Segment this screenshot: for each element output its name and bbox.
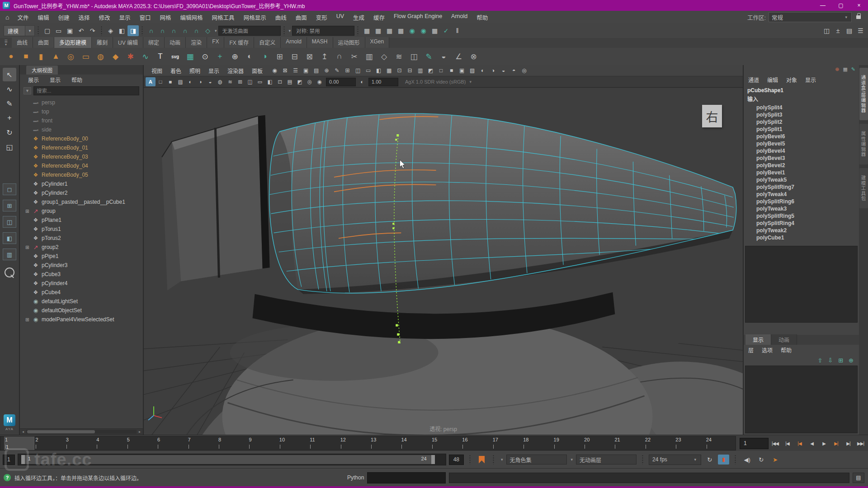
display-grid-icon[interactable]: ▦	[429, 25, 440, 36]
chevron-down-icon[interactable]: ▾	[571, 457, 573, 462]
expand-toggle-icon[interactable]: ⊞	[25, 209, 32, 214]
exposure-icon[interactable]: ◉	[315, 77, 325, 86]
shadows-toggle-icon[interactable]: ◑	[195, 77, 205, 86]
layout-preset[interactable]: ▥	[3, 249, 16, 260]
history-node[interactable]: polyBevel3	[744, 155, 859, 162]
frame-tick[interactable]: 3	[65, 436, 95, 450]
svg-tool-icon[interactable]: svg	[168, 49, 183, 64]
go-to-end-button[interactable]: ▶▶|	[854, 437, 867, 449]
step-forward-frame-button[interactable]: ▶|	[842, 437, 854, 449]
select-object-icon[interactable]: ◧	[116, 25, 127, 36]
channel-settings-icon[interactable]: ▦	[843, 66, 847, 75]
camera-attributes-icon[interactable]: ☰	[290, 66, 301, 75]
layout-four-pane[interactable]: ⊞	[3, 200, 16, 211]
history-node[interactable]: polySplitRing6	[744, 198, 859, 205]
frame-tick[interactable]: 9	[248, 436, 278, 450]
symmetry-field[interactable]: 对称: 禁用	[292, 26, 354, 36]
history-node[interactable]: polyTweak3	[744, 205, 859, 212]
smooth-icon[interactable]: ≋	[392, 49, 406, 64]
fps-selector[interactable]: 24 fps ▾	[649, 455, 701, 465]
frame-tick[interactable]: 23	[675, 436, 705, 450]
channel-menu-item[interactable]: 编辑	[767, 76, 778, 84]
poly-helix-icon[interactable]: ∿	[138, 49, 153, 64]
target-weld-icon[interactable]: ⊗	[466, 49, 481, 64]
shelf-tab[interactable]: UV 编辑	[113, 37, 143, 48]
snap-point-icon[interactable]: ∩	[168, 25, 179, 36]
script-editor-icon[interactable]: ▤	[853, 473, 864, 483]
poly-gear-icon[interactable]: ✱	[123, 49, 138, 64]
grid-icon[interactable]: ⊞	[342, 66, 353, 75]
outliner-item-referencebody-03[interactable]: ❖ ReferenceBody_03	[20, 152, 143, 161]
outliner-hscrollbar[interactable]: ◂ ▸	[20, 428, 143, 435]
layout-two-pane[interactable]: ◧	[3, 232, 16, 244]
viewport-3d-canvas[interactable]: 右 透视: persp	[144, 88, 743, 435]
scale-tool[interactable]: ◱	[3, 140, 16, 154]
super-shape-icon[interactable]: ▦	[183, 49, 198, 64]
tool-settings-toggle-icon[interactable]: ±	[832, 25, 844, 36]
menu-item[interactable]: 创建	[54, 12, 74, 23]
shelf-tab[interactable]: 曲线	[12, 37, 33, 48]
shelf-tab[interactable]: 自定义	[254, 37, 281, 48]
sync-icon[interactable]: ↻	[755, 455, 767, 465]
outliner-item-persp[interactable]: ▬◂ persp	[20, 98, 143, 107]
menu-item[interactable]: UV	[332, 12, 349, 23]
menu-item[interactable]: 生成	[349, 12, 369, 23]
shelf-tab[interactable]: Arnold	[281, 37, 307, 48]
save-scene-icon[interactable]: ▣	[64, 25, 75, 36]
frame-tick[interactable]: 7	[187, 436, 217, 450]
auto-keyframe-toggle[interactable]: ▮	[718, 455, 729, 465]
select-component-icon[interactable]: ◨	[127, 25, 139, 36]
history-node[interactable]: polyBevel5	[744, 140, 859, 147]
outliner-item-group2[interactable]: ⊞ ↗ group2	[20, 243, 143, 252]
help-icon[interactable]: ?	[4, 474, 11, 481]
step-back-key-button[interactable]: |◀	[793, 437, 806, 449]
animation-end-field[interactable]: 48	[449, 455, 464, 465]
scroll-left-icon[interactable]: ◂	[20, 430, 26, 434]
evaluation-mode-icon[interactable]: ➤	[769, 455, 781, 465]
outliner-menu-item[interactable]: 显示	[50, 76, 61, 84]
hud-icon[interactable]: ▥	[415, 66, 425, 75]
filter-icon[interactable]: ▼	[24, 87, 31, 94]
go-to-start-button[interactable]: |◀◀	[769, 437, 781, 449]
sidebar-tab[interactable]: 属性编辑器	[859, 124, 868, 164]
layer-from-selected-icon[interactable]: ⊕	[849, 357, 854, 364]
layer-list-area[interactable]	[745, 366, 858, 433]
camera-select-icon[interactable]: ◉	[269, 66, 280, 75]
axis-locator-icon[interactable]: +	[212, 49, 227, 64]
shelf-tab[interactable]: 渲染	[186, 37, 207, 48]
toggle-check-icon[interactable]: ✓	[440, 25, 452, 36]
menu-item[interactable]: 编辑网格	[176, 12, 208, 23]
paint-select-tool[interactable]: ✎	[3, 97, 16, 110]
undo-icon[interactable]: ↶	[75, 25, 87, 36]
resolution-gate-icon[interactable]: ▭	[363, 66, 373, 75]
rotate-tool[interactable]: ↻	[3, 126, 16, 139]
frame-tick[interactable]: 15	[431, 436, 461, 450]
shelf-tab[interactable]: 曲面	[33, 37, 54, 48]
outliner-item-group[interactable]: ⊞ ↗ group	[20, 206, 143, 216]
frame-tick[interactable]: 8	[217, 436, 248, 450]
history-node[interactable]: polySplit2	[744, 118, 859, 126]
motion-blur-toggle-icon[interactable]: ≋	[225, 77, 235, 86]
frame-tick[interactable]: 11	[309, 436, 339, 450]
gamma-field[interactable]: 1.00	[368, 78, 398, 86]
layout-persp-outliner[interactable]: ◫	[3, 216, 16, 228]
viewport-menu-item[interactable]: 着色	[166, 67, 185, 75]
menu-item[interactable]: 窗口	[135, 12, 156, 23]
platonic-solid-icon[interactable]: ◆	[108, 49, 123, 64]
outliner-title[interactable]: 大纲视图	[26, 66, 58, 75]
film-gate-toggle-icon[interactable]: ◫	[245, 77, 255, 86]
outliner-item-pcylinder4[interactable]: ❖ pCylinder4	[20, 279, 143, 288]
scroll-right-icon[interactable]: ▸	[137, 430, 143, 434]
outliner-item-side[interactable]: ▬◂ side	[20, 125, 143, 134]
channel-menu-item[interactable]: 显示	[805, 76, 816, 84]
workspace-selector[interactable]: 常规 ▾	[769, 12, 852, 22]
channel-values-area[interactable]	[745, 246, 858, 323]
channel-edit-icon[interactable]: ✎	[851, 66, 855, 75]
frame-tick[interactable]: 4	[95, 436, 126, 450]
menu-item[interactable]: 缓存	[369, 12, 389, 23]
textured-mode-icon[interactable]: ▨	[467, 66, 477, 75]
menu-item[interactable]: 选择	[74, 12, 94, 23]
chevron-down-icon[interactable]: ▾	[289, 28, 291, 33]
outliner-item-ptorus2[interactable]: ❖ pTorus2	[20, 234, 143, 243]
shelf-tab[interactable]: FX	[207, 37, 224, 48]
